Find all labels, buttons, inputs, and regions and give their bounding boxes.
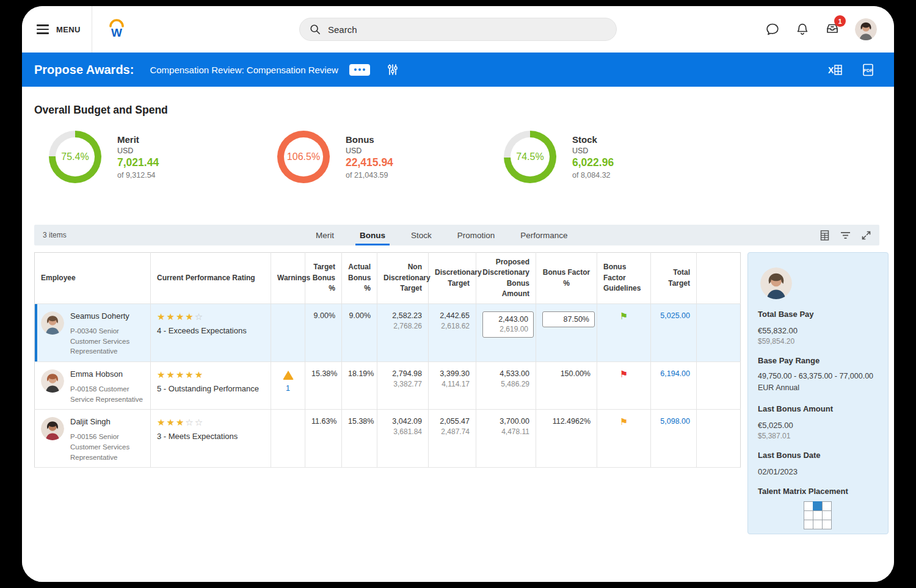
display-settings-icon[interactable]	[386, 63, 399, 76]
tab-bonus[interactable]: Bonus	[347, 225, 398, 245]
app-window: MENU W 1 Propose Awards: Compensation Re…	[22, 6, 894, 582]
bonus-donut-chart: 106.5%	[277, 131, 330, 183]
search-icon	[310, 24, 321, 35]
compensation-table: Employee Current Performance Rating Warn…	[34, 252, 741, 468]
notifications-bell-icon[interactable]	[795, 22, 810, 37]
col-target-bonus-pct: Target Bonus %	[305, 253, 342, 304]
discretionary-target-cell: 2,055.472,487.74	[429, 410, 476, 468]
merit-percent: 75.4%	[61, 151, 89, 162]
employee-position: P-00340 Senior Customer Services Represe…	[70, 326, 144, 357]
top-bar: MENU W 1	[22, 6, 894, 53]
menu-button[interactable]: MENU	[37, 20, 81, 39]
rating-text: 4 - Exceeds Expectations	[157, 326, 264, 335]
table-row[interactable]: Seamus Doherty P-00340 Senior Customer S…	[35, 304, 741, 362]
table-row[interactable]: Daljit Singh P-00156 Senior Customer Ser…	[35, 410, 741, 468]
bonus-factor-cell: 112.4962%	[536, 410, 597, 468]
hamburger-icon	[37, 24, 49, 34]
target-bonus-cell: 15.38%	[305, 362, 342, 410]
page-header-bar: Propose Awards: Compensation Review: Com…	[22, 53, 894, 87]
employee-position: P-00156 Senior Customer Services Represe…	[70, 432, 144, 462]
page-subtitle: Compensation Review: Compensation Review	[150, 65, 338, 75]
budget-card-stock: 74.5% Stock USD 6,022.96 of 8,084.32	[504, 131, 614, 183]
bonus-percent: 106.5%	[287, 151, 320, 162]
export-pdf-icon[interactable]: PDF	[860, 62, 876, 78]
tab-merit[interactable]: Merit	[303, 225, 347, 245]
stock-label: Stock	[572, 134, 614, 145]
menu-label: MENU	[56, 25, 81, 34]
filter-icon[interactable]	[840, 230, 851, 241]
non-discretionary-target-cell: 3,042.093,681.84	[377, 410, 429, 468]
base-pay-range-label: Base Pay Range	[758, 356, 878, 365]
bonus-factor-input[interactable]	[542, 311, 595, 327]
rating-stars-filled: ★★★★	[157, 311, 195, 322]
col-total-target: Total Target	[651, 253, 697, 304]
related-actions-button[interactable]	[349, 64, 370, 76]
svg-text:X: X	[828, 65, 834, 75]
rating-stars-empty: ☆	[195, 311, 204, 322]
warnings-cell	[271, 410, 305, 468]
workday-logo-icon[interactable]: W	[107, 18, 126, 39]
employee-name[interactable]: Emma Hobson	[70, 369, 144, 379]
non-discretionary-target-cell: 2,582.232,768.26	[377, 304, 429, 362]
actual-bonus-cell: 18.19%	[342, 362, 377, 410]
col-bonus-factor-pct: Bonus Factor %	[536, 253, 597, 304]
flag-icon: ⚑	[620, 311, 628, 321]
talent-matrix-grid[interactable]	[804, 502, 832, 529]
total-base-pay-label: Total Base Pay	[758, 310, 878, 319]
target-bonus-cell: 9.00%	[305, 304, 342, 362]
tab-stock[interactable]: Stock	[398, 225, 445, 245]
chat-icon[interactable]	[765, 22, 780, 37]
inbox-badge: 1	[834, 15, 846, 27]
col-actual-bonus-pct: Actual Bonus %	[342, 253, 377, 304]
bonus-currency: USD	[346, 147, 393, 155]
proposed-bonus-cell: 2,443.002,619.00	[476, 304, 536, 362]
employee-position: P-00158 Customer Service Representative	[70, 384, 144, 404]
bonus-factor-guidelines-cell: ⚑	[597, 410, 651, 468]
tab-promotion[interactable]: Promotion	[445, 225, 508, 245]
panel-avatar[interactable]	[760, 267, 792, 299]
total-target-link[interactable]: 5,098.00	[660, 417, 690, 426]
warning-count-link[interactable]: 1	[277, 384, 299, 393]
merit-currency: USD	[117, 147, 159, 155]
total-target-link[interactable]: 5,025.00	[660, 311, 690, 320]
spacer-cell	[697, 362, 741, 410]
export-excel-icon[interactable]: X	[828, 62, 843, 78]
employee-name[interactable]: Daljit Singh	[70, 417, 144, 426]
bonus-label: Bonus	[346, 134, 393, 145]
employee-name[interactable]: Seamus Doherty	[70, 311, 144, 321]
flag-icon: ⚑	[620, 416, 628, 427]
proposed-bonus-input[interactable]: 2,443.002,619.00	[482, 311, 534, 338]
non-discretionary-target-cell: 2,794.983,382.77	[377, 362, 429, 410]
warnings-cell	[271, 304, 305, 362]
user-avatar[interactable]	[855, 18, 877, 40]
stock-total: of 8,084.32	[572, 171, 614, 180]
col-non-discretionary-target: Non Discretionary Target	[377, 253, 429, 304]
search-bar[interactable]	[299, 18, 617, 41]
discretionary-target-cell: 2,442.652,618.62	[429, 304, 476, 362]
col-warnings: Warnings	[271, 253, 305, 304]
stock-percent: 74.5%	[516, 151, 543, 162]
total-target-link[interactable]: 6,194.00	[660, 369, 690, 378]
col-discretionary-target: Discretionary Target	[429, 253, 476, 304]
last-bonus-amount-value: €5,025.00	[758, 421, 878, 430]
col-proposed-discretionary-bonus: Proposed Discretionary Bonus Amount	[476, 253, 536, 304]
rating-stars-filled: ★★★	[157, 417, 185, 427]
inbox-tray-button[interactable]: 1	[825, 21, 840, 38]
bonus-spent: 22,415.94	[346, 156, 393, 169]
employee-avatar[interactable]	[41, 417, 64, 440]
employee-avatar[interactable]	[41, 311, 64, 335]
grid-view-icon[interactable]	[819, 230, 831, 241]
merit-label: Merit	[117, 134, 159, 145]
employee-detail-panel: Total Base Pay €55,832.00 $59,854.20 Bas…	[747, 252, 889, 534]
tab-performance[interactable]: Performance	[507, 225, 580, 245]
employee-avatar[interactable]	[41, 369, 64, 393]
expand-icon[interactable]	[860, 230, 872, 241]
table-row[interactable]: Emma Hobson P-00158 Customer Service Rep…	[35, 362, 741, 410]
search-input[interactable]	[328, 24, 584, 35]
divider	[92, 6, 92, 53]
main-content: Overall Budget and Spend 75.4% Merit USD…	[22, 87, 894, 582]
spacer-cell	[697, 410, 741, 468]
stock-donut-chart: 74.5%	[504, 131, 556, 183]
proposed-bonus-cell: 3,700.004,478.11	[476, 410, 536, 468]
proposed-bonus-cell: 4,533.005,486.29	[476, 362, 536, 410]
